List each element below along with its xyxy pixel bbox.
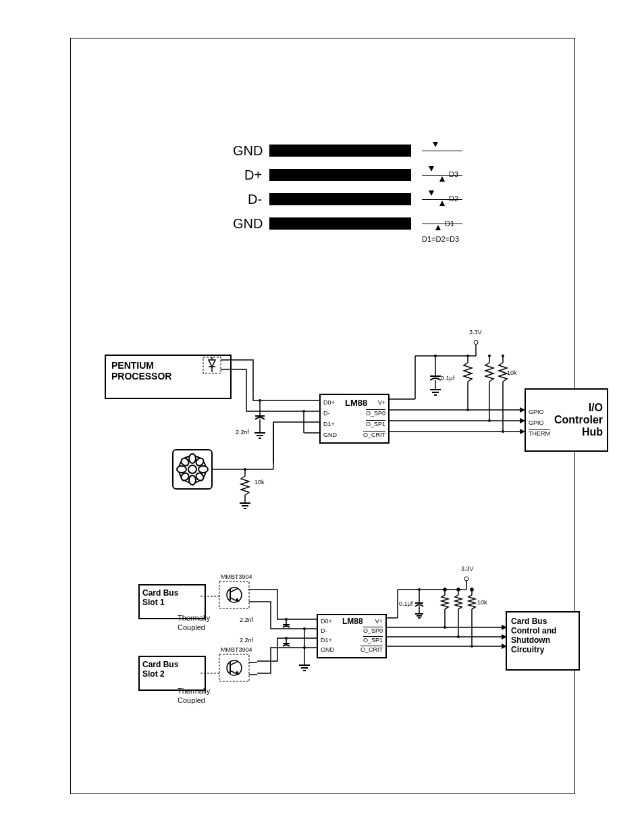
svg-point-36 bbox=[502, 355, 504, 357]
trace-bar-1 bbox=[269, 145, 411, 157]
middle-circuit: PENTIUM PROCESSOR bbox=[105, 329, 543, 518]
trace-bar-3 bbox=[269, 193, 411, 205]
svg-point-88 bbox=[285, 637, 288, 640]
leader-lines bbox=[200, 588, 221, 696]
svg-marker-3 bbox=[209, 360, 215, 367]
pin-gnd: GND bbox=[323, 432, 337, 438]
svg-point-23 bbox=[434, 355, 437, 357]
row-label-dplus: D+ bbox=[244, 167, 262, 183]
lm88-label: LM88 bbox=[345, 398, 367, 408]
cpu-wires bbox=[226, 359, 327, 467]
hub-title1: I/O bbox=[589, 402, 603, 414]
out-l1: Card Bus bbox=[511, 617, 574, 626]
svg-point-52 bbox=[198, 466, 208, 473]
pin-d0p: D0+ bbox=[323, 399, 335, 406]
row-label-dminus: D- bbox=[248, 192, 262, 207]
transistor2-icon bbox=[219, 654, 260, 688]
svg-point-15 bbox=[302, 410, 305, 413]
svg-point-30 bbox=[466, 355, 469, 357]
svg-line-76 bbox=[230, 661, 238, 665]
arrow-up-icon bbox=[435, 225, 441, 230]
vcc-label: 3.3V bbox=[469, 329, 482, 336]
svg-line-68 bbox=[230, 588, 238, 592]
b-pin-vp: V+ bbox=[375, 618, 383, 625]
pin-dm: D- bbox=[323, 410, 330, 417]
page: GND D+ D- GND D3 D2 D1 bbox=[0, 0, 644, 834]
d1-label: D1 bbox=[445, 219, 454, 228]
b-pin-osp1: O_SP1 bbox=[363, 637, 383, 644]
arrow-down-icon bbox=[433, 142, 438, 147]
b-vcc-label: 3.3V bbox=[461, 565, 474, 572]
b-pin-ocrit: O_CRIT bbox=[360, 646, 383, 653]
lm88-chip: LM88 D0+ D- D1+ GND V+ O_SP0 O_SP1 O_CRI… bbox=[319, 394, 390, 444]
cap-2.2nf-2: 2.2nf bbox=[240, 637, 253, 644]
hub-therm: THERM bbox=[529, 430, 550, 437]
svg-point-49 bbox=[189, 454, 196, 463]
mmbt-1: MMBT3904 bbox=[221, 573, 252, 580]
svg-point-51 bbox=[177, 466, 186, 473]
mid-right-net bbox=[388, 329, 543, 464]
slot2-l1: Card Bus bbox=[142, 660, 202, 669]
svg-point-60 bbox=[244, 468, 246, 471]
row-label-gnd2: GND bbox=[233, 216, 263, 232]
pin-d1p: D1+ bbox=[323, 421, 335, 427]
r10k-fan: 10k bbox=[254, 479, 265, 486]
svg-point-44 bbox=[466, 409, 469, 411]
svg-point-33 bbox=[488, 355, 491, 357]
slot2-l2: Slot 2 bbox=[142, 669, 202, 679]
pin-ocrit: O_CRIT bbox=[363, 432, 385, 438]
b-pin-dm: D- bbox=[321, 627, 327, 634]
row-label-gnd1: GND bbox=[233, 143, 263, 159]
hub-title3: Hub bbox=[582, 426, 603, 438]
slot2-box: Card Bus Slot 2 bbox=[138, 656, 206, 691]
svg-point-102 bbox=[418, 588, 421, 591]
arrow-up-icon bbox=[439, 201, 445, 206]
svg-point-45 bbox=[488, 419, 491, 422]
d2-label: D2 bbox=[449, 194, 458, 203]
svg-point-50 bbox=[189, 475, 196, 485]
out-l2: Control and bbox=[511, 626, 574, 635]
io-hub-box: GPIO GPIO THERM I/O Controler Hub bbox=[525, 388, 608, 452]
svg-point-46 bbox=[502, 430, 504, 433]
svg-point-21 bbox=[474, 340, 478, 344]
arrow-down-icon bbox=[429, 166, 434, 172]
slot1-l2: Slot 1 bbox=[142, 598, 202, 607]
svg-point-115 bbox=[471, 588, 473, 591]
out-l3: Shutdown bbox=[511, 635, 574, 645]
cpu-diode-icon bbox=[203, 357, 226, 377]
hub-title2: Controler bbox=[554, 414, 603, 426]
b-r10k: 10k bbox=[477, 599, 487, 606]
fan-icon bbox=[172, 449, 213, 490]
svg-point-125 bbox=[471, 645, 473, 648]
svg-point-123 bbox=[444, 626, 446, 629]
svg-point-48 bbox=[188, 465, 196, 473]
svg-point-16 bbox=[259, 399, 261, 402]
out-l4: Circuitry bbox=[511, 645, 574, 654]
d3-label: D3 bbox=[449, 170, 458, 178]
svg-point-109 bbox=[444, 588, 446, 591]
trace-bar-2 bbox=[269, 169, 411, 181]
svg-point-124 bbox=[457, 635, 460, 638]
pin-osp0: O_SP0 bbox=[366, 410, 385, 417]
slot1-l1: Card Bus bbox=[142, 588, 202, 598]
hub-gpio1: GPIO bbox=[529, 409, 544, 415]
svg-point-112 bbox=[457, 588, 460, 591]
b-pin-d1p: D1+ bbox=[321, 637, 332, 644]
cap-label: 0.1μf bbox=[441, 375, 454, 382]
svg-rect-73 bbox=[219, 654, 249, 681]
page-frame: GND D+ D- GND D3 D2 D1 bbox=[70, 38, 575, 794]
b-pin-d0p: D0+ bbox=[321, 618, 332, 625]
fan-net bbox=[211, 464, 292, 531]
arrow-up-icon bbox=[439, 176, 445, 182]
bottom-wires bbox=[257, 585, 325, 687]
svg-point-90 bbox=[303, 627, 306, 630]
b-pin-osp0: O_SP0 bbox=[363, 627, 383, 634]
hub-gpio2: GPIO bbox=[529, 419, 544, 426]
b-pin-gnd: GND bbox=[321, 646, 334, 653]
bot-right-net bbox=[385, 569, 520, 677]
pin-vp: V+ bbox=[378, 399, 385, 406]
trace-bar-4 bbox=[269, 217, 411, 230]
r10k-label: 10k bbox=[507, 369, 517, 376]
therm2b: Coupled bbox=[178, 696, 205, 704]
svg-rect-65 bbox=[219, 581, 249, 608]
